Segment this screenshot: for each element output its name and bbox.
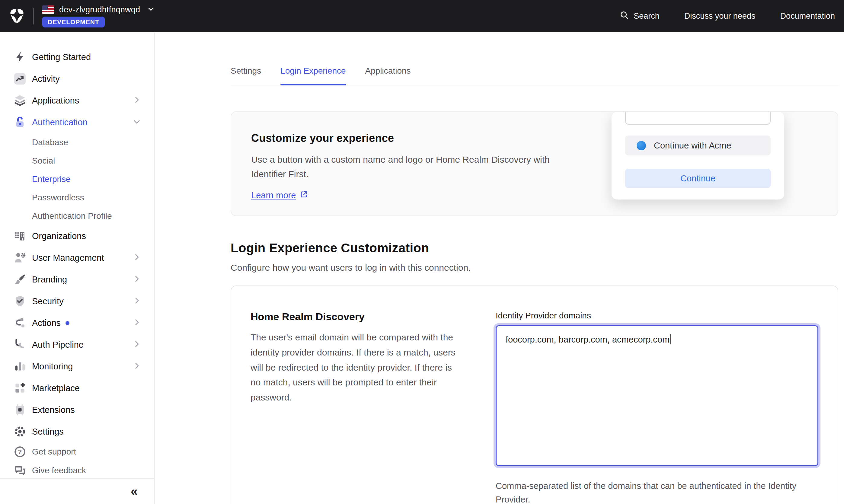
customize-card-title: Customize your experience (251, 132, 578, 145)
collapse-sidebar-button[interactable]: « (131, 485, 138, 498)
us-flag-icon (42, 5, 54, 14)
chevron-right-icon (132, 296, 141, 306)
section-title: Login Experience Customization (231, 241, 838, 255)
hrd-field-column: Identity Provider domains foocorp.com, b… (496, 311, 818, 504)
sidebar-item-marketplace[interactable]: Marketplace (0, 377, 154, 399)
sidebar-item-passwordless[interactable]: Passwordless (0, 188, 154, 207)
topbar-divider (33, 8, 34, 24)
pipeline-icon (13, 338, 26, 351)
documentation-link[interactable]: Documentation (780, 12, 835, 21)
sidebar-item-database[interactable]: Database (0, 133, 154, 151)
sidebar-item-extensions[interactable]: Extensions (0, 399, 154, 421)
chip-icon (13, 403, 26, 416)
feedback-icon (13, 464, 26, 477)
shield-check-icon (13, 294, 26, 308)
main-content: Settings Login Experience Applications C… (155, 32, 844, 504)
sidebar-item-authentication[interactable]: Authentication (0, 111, 154, 133)
sidebar-item-organizations[interactable]: Organizations (0, 225, 154, 247)
bar-chart-icon (13, 360, 26, 373)
marketplace-icon (13, 381, 26, 395)
customize-experience-card: Customize your experience Use a button w… (231, 111, 838, 216)
sidebar-item-settings[interactable]: Settings (0, 421, 154, 443)
chevron-down-icon[interactable] (147, 5, 155, 15)
layers-icon (13, 94, 26, 107)
sidebar-item-enterprise[interactable]: Enterprise (0, 170, 154, 188)
sidebar-item-actions[interactable]: Actions (0, 312, 154, 334)
sidebar-item-social[interactable]: Social (0, 151, 154, 170)
sidebar-item-give-feedback[interactable]: Give feedback (0, 461, 154, 478)
brush-icon (13, 273, 26, 286)
tab-applications[interactable]: Applications (365, 66, 411, 85)
topbar-actions: Search Discuss your needs Documentation (619, 10, 835, 22)
sidebar-footer: « (0, 478, 154, 504)
discuss-your-needs-link[interactable]: Discuss your needs (684, 12, 756, 21)
sidebar-item-activity[interactable]: Activity (0, 68, 154, 90)
text-caret (670, 334, 671, 344)
organization-icon (13, 229, 26, 242)
sidebar-item-user-management[interactable]: User Management (0, 247, 154, 269)
acme-logo-icon (636, 141, 646, 150)
search-label: Search (634, 12, 660, 21)
flow-icon (13, 316, 26, 329)
chevron-right-icon (132, 95, 141, 106)
identity-provider-domains-textarea[interactable]: foocorp.com, barcorp.com, acmecorp.com (496, 325, 818, 466)
hrd-description-column: Home Realm Discovery The user's email do… (251, 311, 462, 504)
chevron-down-icon (132, 117, 141, 127)
sidebar-item-branding[interactable]: Branding (0, 269, 154, 290)
tenant-switcher[interactable]: dev-zlvgrudhtfnqnwqd DEVELOPMENT (42, 5, 155, 28)
external-link-icon (300, 190, 308, 201)
hrd-title: Home Realm Discovery (251, 311, 462, 323)
user-gear-icon (13, 251, 26, 264)
activity-icon (13, 72, 26, 85)
notification-dot (66, 321, 69, 325)
identity-provider-domains-label: Identity Provider domains (496, 311, 818, 321)
home-realm-discovery-card: Home Realm Discovery The user's email do… (231, 286, 838, 504)
login-preview-panel: Continue with Acme Continue (612, 112, 784, 199)
chevron-right-icon (132, 253, 141, 263)
sidebar: Getting Started Activity Applications Au… (0, 32, 155, 504)
tab-bar: Settings Login Experience Applications (231, 32, 838, 85)
sidebar-item-get-support[interactable]: ? Get support (0, 443, 154, 461)
sidebar-item-getting-started[interactable]: Getting Started (0, 46, 154, 68)
preview-email-input[interactable] (625, 112, 771, 125)
chevron-right-icon (132, 318, 141, 328)
sidebar-item-authentication-profile[interactable]: Authentication Profile (0, 207, 154, 225)
section-subtitle: Configure how you want users to log in w… (231, 263, 838, 273)
domains-help-text: Comma-separated list of the domains that… (496, 479, 814, 504)
svg-text:?: ? (18, 448, 22, 455)
sidebar-item-auth-pipeline[interactable]: Auth Pipeline (0, 334, 154, 356)
sidebar-item-monitoring[interactable]: Monitoring (0, 356, 154, 377)
hrd-description: The user's email domain will be compared… (251, 330, 462, 405)
domains-value: foocorp.com, barcorp.com, acmecorp.com (506, 335, 669, 344)
customize-card-text: Customize your experience Use a button w… (231, 112, 578, 201)
auth0-logo-icon (8, 8, 25, 25)
learn-more-link[interactable]: Learn more (251, 190, 308, 201)
tab-login-experience[interactable]: Login Experience (281, 66, 346, 85)
continue-button[interactable]: Continue (625, 169, 771, 188)
help-icon: ? (13, 445, 26, 458)
topbar: dev-zlvgrudhtfnqnwqd DEVELOPMENT Search … (0, 0, 844, 32)
chevron-right-icon (132, 361, 141, 372)
lock-open-icon (13, 115, 26, 129)
search-button[interactable]: Search (619, 10, 660, 22)
chevron-right-icon (132, 274, 141, 285)
tab-settings[interactable]: Settings (231, 66, 261, 85)
search-icon (619, 10, 629, 22)
customize-card-description: Use a button with a custom name and logo… (251, 152, 580, 181)
continue-with-acme-button[interactable]: Continue with Acme (625, 136, 771, 156)
chevron-right-icon (132, 340, 141, 350)
tenant-name: dev-zlvgrudhtfnqnwqd (59, 5, 140, 15)
gear-icon (13, 425, 26, 438)
sidebar-item-security[interactable]: Security (0, 290, 154, 312)
sidebar-item-applications[interactable]: Applications (0, 90, 154, 111)
lightning-icon (13, 50, 26, 64)
environment-badge: DEVELOPMENT (42, 17, 105, 28)
sidebar-nav: Getting Started Activity Applications Au… (0, 32, 154, 478)
